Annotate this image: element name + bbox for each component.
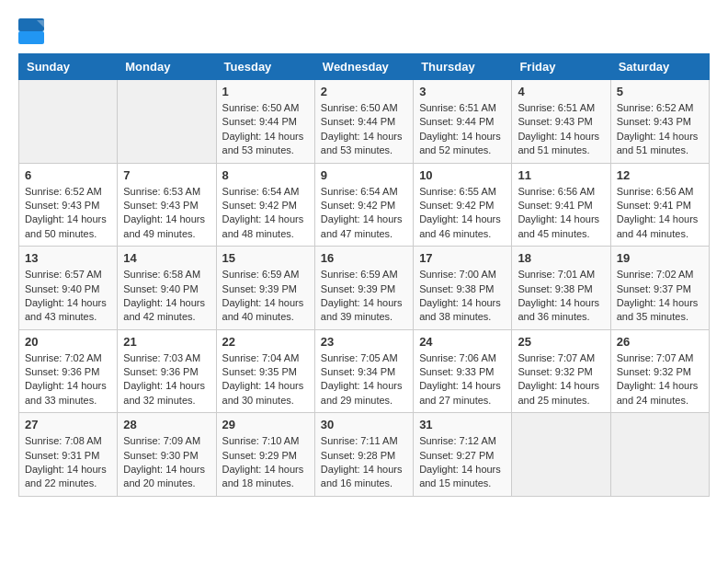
cell-content: Sunrise: 6:59 AMSunset: 9:39 PMDaylight:… <box>222 268 309 325</box>
day-number: 23 <box>321 335 407 349</box>
column-header-tuesday: Tuesday <box>216 54 314 80</box>
calendar-cell <box>610 413 709 497</box>
cell-content: Sunrise: 6:53 AMSunset: 9:43 PMDaylight:… <box>123 185 210 242</box>
day-number: 4 <box>518 85 604 98</box>
cell-content: Sunrise: 6:50 AMSunset: 9:44 PMDaylight:… <box>321 101 407 158</box>
calendar-cell: 3Sunrise: 6:51 AMSunset: 9:44 PMDaylight… <box>414 80 512 164</box>
day-number: 21 <box>123 335 210 349</box>
day-number: 8 <box>222 168 309 182</box>
cell-content: Sunrise: 7:06 AMSunset: 9:33 PMDaylight:… <box>419 351 506 408</box>
cell-content: Sunrise: 6:52 AMSunset: 9:43 PMDaylight:… <box>25 185 111 242</box>
cell-content: Sunrise: 7:08 AMSunset: 9:31 PMDaylight:… <box>25 434 111 491</box>
calendar-cell: 13Sunrise: 6:57 AMSunset: 9:40 PMDayligh… <box>19 247 118 330</box>
day-number: 13 <box>25 251 111 265</box>
calendar-cell: 9Sunrise: 6:54 AMSunset: 9:42 PMDaylight… <box>314 163 413 247</box>
cell-content: Sunrise: 6:50 AMSunset: 9:44 PMDaylight:… <box>222 101 309 158</box>
calendar-cell <box>19 80 118 164</box>
calendar-cell: 29Sunrise: 7:10 AMSunset: 9:29 PMDayligh… <box>216 413 314 497</box>
calendar-week-row: 20Sunrise: 7:02 AMSunset: 9:36 PMDayligh… <box>19 329 710 413</box>
day-number: 14 <box>123 251 210 265</box>
day-number: 2 <box>321 85 407 98</box>
calendar-cell: 19Sunrise: 7:02 AMSunset: 9:37 PMDayligh… <box>610 247 709 330</box>
cell-content: Sunrise: 6:56 AMSunset: 9:41 PMDaylight:… <box>518 185 604 242</box>
calendar-cell: 24Sunrise: 7:06 AMSunset: 9:33 PMDayligh… <box>414 329 512 413</box>
column-header-sunday: Sunday <box>19 54 118 80</box>
day-number: 7 <box>123 168 210 182</box>
day-number: 3 <box>419 85 506 98</box>
cell-content: Sunrise: 7:03 AMSunset: 9:36 PMDaylight:… <box>123 351 210 408</box>
day-number: 30 <box>321 418 407 431</box>
day-number: 18 <box>518 251 604 265</box>
calendar-cell: 18Sunrise: 7:01 AMSunset: 9:38 PMDayligh… <box>512 247 610 330</box>
calendar-week-row: 27Sunrise: 7:08 AMSunset: 9:31 PMDayligh… <box>19 413 710 497</box>
cell-content: Sunrise: 7:00 AMSunset: 9:38 PMDaylight:… <box>419 268 506 325</box>
calendar-cell <box>118 80 216 164</box>
column-header-monday: Monday <box>118 54 216 80</box>
day-number: 6 <box>25 168 111 182</box>
calendar-cell: 8Sunrise: 6:54 AMSunset: 9:42 PMDaylight… <box>216 163 314 247</box>
calendar-cell: 31Sunrise: 7:12 AMSunset: 9:27 PMDayligh… <box>414 413 512 497</box>
column-header-thursday: Thursday <box>414 54 512 80</box>
calendar-cell: 6Sunrise: 6:52 AMSunset: 9:43 PMDaylight… <box>19 163 118 247</box>
cell-content: Sunrise: 6:52 AMSunset: 9:43 PMDaylight:… <box>617 101 703 158</box>
calendar-cell: 25Sunrise: 7:07 AMSunset: 9:32 PMDayligh… <box>512 329 610 413</box>
cell-content: Sunrise: 6:51 AMSunset: 9:44 PMDaylight:… <box>419 101 506 158</box>
day-number: 1 <box>222 85 309 98</box>
page-header <box>18 18 710 44</box>
logo-icon <box>18 18 44 44</box>
calendar-cell: 5Sunrise: 6:52 AMSunset: 9:43 PMDaylight… <box>610 80 709 164</box>
calendar-cell: 28Sunrise: 7:09 AMSunset: 9:30 PMDayligh… <box>118 413 216 497</box>
calendar-cell: 4Sunrise: 6:51 AMSunset: 9:43 PMDaylight… <box>512 80 610 164</box>
calendar-cell <box>512 413 610 497</box>
cell-content: Sunrise: 7:05 AMSunset: 9:34 PMDaylight:… <box>321 351 407 408</box>
calendar-header-row: SundayMondayTuesdayWednesdayThursdayFrid… <box>19 54 710 80</box>
calendar-cell: 1Sunrise: 6:50 AMSunset: 9:44 PMDaylight… <box>216 80 314 164</box>
day-number: 16 <box>321 251 407 265</box>
day-number: 15 <box>222 251 309 265</box>
calendar-cell: 14Sunrise: 6:58 AMSunset: 9:40 PMDayligh… <box>118 247 216 330</box>
day-number: 12 <box>617 168 703 182</box>
calendar-cell: 30Sunrise: 7:11 AMSunset: 9:28 PMDayligh… <box>314 413 413 497</box>
cell-content: Sunrise: 7:11 AMSunset: 9:28 PMDaylight:… <box>321 434 407 491</box>
cell-content: Sunrise: 7:09 AMSunset: 9:30 PMDaylight:… <box>123 434 210 491</box>
calendar-cell: 22Sunrise: 7:04 AMSunset: 9:35 PMDayligh… <box>216 329 314 413</box>
cell-content: Sunrise: 7:04 AMSunset: 9:35 PMDaylight:… <box>222 351 309 408</box>
calendar-table: SundayMondayTuesdayWednesdayThursdayFrid… <box>18 53 710 497</box>
cell-content: Sunrise: 6:57 AMSunset: 9:40 PMDaylight:… <box>25 268 111 325</box>
cell-content: Sunrise: 6:56 AMSunset: 9:41 PMDaylight:… <box>617 185 703 242</box>
calendar-cell: 2Sunrise: 6:50 AMSunset: 9:44 PMDaylight… <box>314 80 413 164</box>
day-number: 31 <box>419 418 506 431</box>
calendar-cell: 20Sunrise: 7:02 AMSunset: 9:36 PMDayligh… <box>19 329 118 413</box>
calendar-cell: 16Sunrise: 6:59 AMSunset: 9:39 PMDayligh… <box>314 247 413 330</box>
calendar-cell: 27Sunrise: 7:08 AMSunset: 9:31 PMDayligh… <box>19 413 118 497</box>
svg-rect-1 <box>18 31 44 44</box>
day-number: 9 <box>321 168 407 182</box>
calendar-cell: 7Sunrise: 6:53 AMSunset: 9:43 PMDaylight… <box>118 163 216 247</box>
cell-content: Sunrise: 6:54 AMSunset: 9:42 PMDaylight:… <box>222 185 309 242</box>
calendar-cell: 15Sunrise: 6:59 AMSunset: 9:39 PMDayligh… <box>216 247 314 330</box>
cell-content: Sunrise: 6:58 AMSunset: 9:40 PMDaylight:… <box>123 268 210 325</box>
cell-content: Sunrise: 7:02 AMSunset: 9:36 PMDaylight:… <box>25 351 111 408</box>
cell-content: Sunrise: 7:02 AMSunset: 9:37 PMDaylight:… <box>617 268 703 325</box>
calendar-week-row: 6Sunrise: 6:52 AMSunset: 9:43 PMDaylight… <box>19 163 710 247</box>
day-number: 27 <box>25 418 111 431</box>
cell-content: Sunrise: 7:07 AMSunset: 9:32 PMDaylight:… <box>617 351 703 408</box>
cell-content: Sunrise: 7:10 AMSunset: 9:29 PMDaylight:… <box>222 434 309 491</box>
day-number: 24 <box>419 335 506 349</box>
calendar-cell: 17Sunrise: 7:00 AMSunset: 9:38 PMDayligh… <box>414 247 512 330</box>
column-header-wednesday: Wednesday <box>314 54 413 80</box>
calendar-cell: 12Sunrise: 6:56 AMSunset: 9:41 PMDayligh… <box>610 163 709 247</box>
cell-content: Sunrise: 6:55 AMSunset: 9:42 PMDaylight:… <box>419 185 506 242</box>
calendar-cell: 10Sunrise: 6:55 AMSunset: 9:42 PMDayligh… <box>414 163 512 247</box>
calendar-cell: 26Sunrise: 7:07 AMSunset: 9:32 PMDayligh… <box>610 329 709 413</box>
calendar-cell: 11Sunrise: 6:56 AMSunset: 9:41 PMDayligh… <box>512 163 610 247</box>
cell-content: Sunrise: 7:01 AMSunset: 9:38 PMDaylight:… <box>518 268 604 325</box>
cell-content: Sunrise: 6:59 AMSunset: 9:39 PMDaylight:… <box>321 268 407 325</box>
day-number: 10 <box>419 168 506 182</box>
day-number: 26 <box>617 335 703 349</box>
day-number: 17 <box>419 251 506 265</box>
calendar-cell: 21Sunrise: 7:03 AMSunset: 9:36 PMDayligh… <box>118 329 216 413</box>
column-header-friday: Friday <box>512 54 610 80</box>
cell-content: Sunrise: 7:07 AMSunset: 9:32 PMDaylight:… <box>518 351 604 408</box>
cell-content: Sunrise: 6:51 AMSunset: 9:43 PMDaylight:… <box>518 101 604 158</box>
